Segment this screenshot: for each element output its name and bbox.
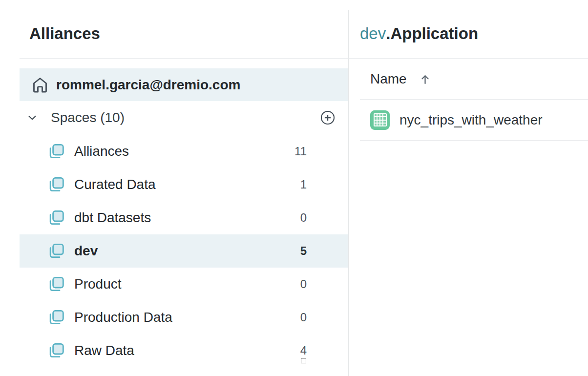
space-count: 1	[300, 178, 307, 191]
space-icon	[46, 308, 66, 327]
home-item[interactable]: rommel.garcia@dremio.com	[20, 68, 348, 101]
space-count: 4	[300, 344, 307, 357]
unknown-glyph-box	[301, 358, 306, 363]
space-row-production-data[interactable]: Production Data 0	[20, 301, 348, 334]
space-row-alliances[interactable]: Alliances 11	[20, 135, 348, 168]
spaces-section-label: Spaces (10)	[51, 110, 125, 125]
dataset-row[interactable]: nyc_trips_with_weather	[370, 100, 543, 140]
left-title-divider	[20, 58, 348, 59]
left-panel-title: Alliances	[29, 25, 100, 42]
chevron-down-icon[interactable]	[26, 111, 39, 124]
row-divider	[360, 140, 588, 141]
home-item-label: rommel.garcia@dremio.com	[56, 77, 240, 93]
breadcrumb-entity: Application	[390, 24, 478, 42]
space-icon	[46, 241, 66, 261]
spaces-list: Alliances 11 Curated Data 1 dbt Datasets…	[20, 135, 348, 367]
right-title-divider	[348, 58, 588, 59]
space-count: 0	[300, 311, 307, 324]
space-icon	[46, 208, 66, 228]
dataset-name: nyc_trips_with_weather	[399, 112, 543, 128]
table-header-name[interactable]: Name	[370, 59, 432, 99]
space-name: Product	[74, 276, 122, 292]
sort-ascending-arrow-icon	[419, 73, 432, 86]
space-row-raw-data[interactable]: Raw Data 4	[20, 334, 348, 367]
name-column-label: Name	[370, 71, 407, 87]
breadcrumb-separator: .	[386, 24, 390, 42]
dataset-table-icon	[370, 110, 390, 130]
space-row-product[interactable]: Product 0	[20, 268, 348, 301]
spaces-section-header[interactable]: Spaces (10)	[20, 106, 348, 129]
space-row-dev[interactable]: dev 5	[20, 234, 348, 268]
add-space-button[interactable]	[319, 109, 336, 126]
breadcrumb: dev.Application	[360, 25, 478, 42]
panel-divider	[348, 10, 349, 376]
space-name: Raw Data	[74, 343, 134, 358]
space-count: 0	[300, 211, 307, 225]
space-name: Production Data	[74, 310, 172, 325]
space-icon	[46, 142, 66, 161]
space-count: 11	[294, 145, 307, 158]
space-name: Alliances	[74, 144, 129, 159]
space-icon	[46, 175, 66, 194]
home-icon	[30, 75, 50, 95]
space-name: dbt Datasets	[74, 210, 151, 226]
space-row-curated-data[interactable]: Curated Data 1	[20, 168, 348, 201]
breadcrumb-space[interactable]: dev	[360, 24, 386, 42]
space-name: Curated Data	[74, 177, 156, 192]
space-count: 0	[300, 277, 307, 291]
plus-circle-icon	[319, 109, 336, 126]
space-icon	[46, 341, 66, 360]
space-count: 5	[300, 244, 307, 258]
space-row-dbt-datasets[interactable]: dbt Datasets 0	[20, 201, 348, 234]
space-icon	[46, 274, 66, 294]
space-name: dev	[74, 243, 98, 259]
